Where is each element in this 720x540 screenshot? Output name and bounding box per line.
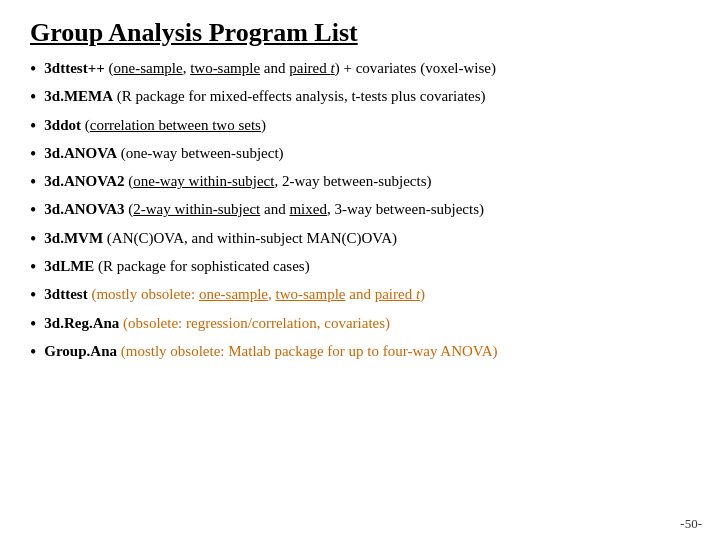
item-content: 3ddot (correlation between two sets) xyxy=(44,115,690,135)
list-item: •3d.Reg.Ana (obsolete: regression/correl… xyxy=(30,313,690,336)
page-number: -50- xyxy=(680,516,702,532)
list-item: •3d.ANOVA3 (2-way within-subject and mix… xyxy=(30,199,690,222)
item-content: Group.Ana (mostly obsolete: Matlab packa… xyxy=(44,341,690,361)
item-content: 3dttest (mostly obsolete: one-sample, tw… xyxy=(44,284,690,304)
item-content: 3d.Reg.Ana (obsolete: regression/correla… xyxy=(44,313,690,333)
bullet-icon: • xyxy=(30,255,36,279)
bullet-icon: • xyxy=(30,198,36,222)
list-item: •3dttest++ (one-sample, two-sample and p… xyxy=(30,58,690,81)
list-item: •3d.ANOVA2 (one-way within-subject, 2-wa… xyxy=(30,171,690,194)
list-item: •3dttest (mostly obsolete: one-sample, t… xyxy=(30,284,690,307)
bullet-icon: • xyxy=(30,114,36,138)
page-title: Group Analysis Program List xyxy=(30,18,690,48)
item-content: 3dttest++ (one-sample, two-sample and pa… xyxy=(44,58,690,78)
item-content: 3d.ANOVA3 (2-way within-subject and mixe… xyxy=(44,199,690,219)
list-item: •3dLME (R package for sophisticated case… xyxy=(30,256,690,279)
bullet-icon: • xyxy=(30,85,36,109)
item-content: 3d.MEMA (R package for mixed-effects ana… xyxy=(44,86,690,106)
bullet-icon: • xyxy=(30,283,36,307)
bullet-icon: • xyxy=(30,227,36,251)
program-list: •3dttest++ (one-sample, two-sample and p… xyxy=(30,58,690,364)
list-item: •Group.Ana (mostly obsolete: Matlab pack… xyxy=(30,341,690,364)
bullet-icon: • xyxy=(30,57,36,81)
list-item: •3ddot (correlation between two sets) xyxy=(30,115,690,138)
item-content: 3d.ANOVA (one-way between-subject) xyxy=(44,143,690,163)
bullet-icon: • xyxy=(30,142,36,166)
item-content: 3dLME (R package for sophisticated cases… xyxy=(44,256,690,276)
list-item: •3d.MEMA (R package for mixed-effects an… xyxy=(30,86,690,109)
list-item: •3d.MVM (AN(C)OVA, and within-subject MA… xyxy=(30,228,690,251)
bullet-icon: • xyxy=(30,312,36,336)
item-content: 3d.MVM (AN(C)OVA, and within-subject MAN… xyxy=(44,228,690,248)
item-content: 3d.ANOVA2 (one-way within-subject, 2-way… xyxy=(44,171,690,191)
bullet-icon: • xyxy=(30,170,36,194)
bullet-icon: • xyxy=(30,340,36,364)
list-item: •3d.ANOVA (one-way between-subject) xyxy=(30,143,690,166)
